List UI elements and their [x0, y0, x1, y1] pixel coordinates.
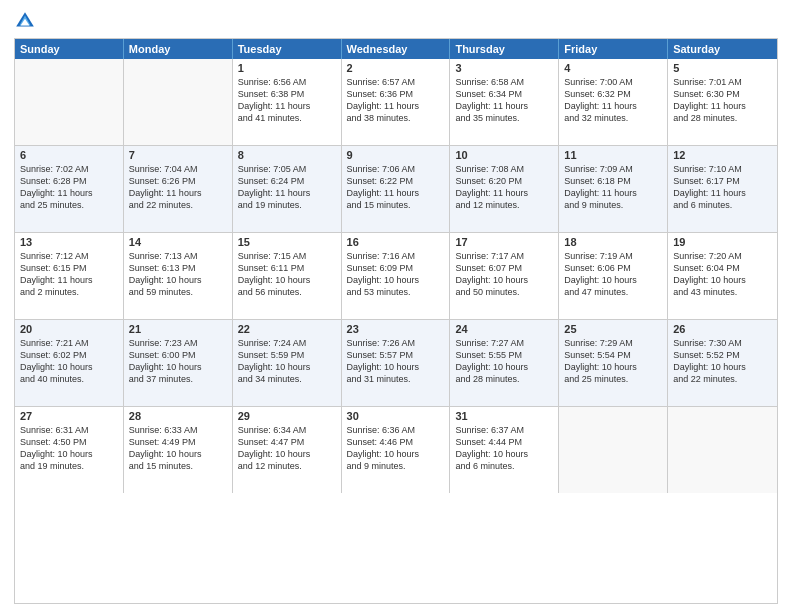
- cell-info-line: Daylight: 10 hours: [20, 448, 118, 460]
- day-number: 14: [129, 236, 227, 248]
- empty-cell: [668, 407, 777, 493]
- day-number: 7: [129, 149, 227, 161]
- cell-info-line: Sunrise: 7:20 AM: [673, 250, 772, 262]
- cell-info-line: and 15 minutes.: [347, 199, 445, 211]
- header: [14, 10, 778, 32]
- cell-info-line: Daylight: 11 hours: [347, 187, 445, 199]
- calendar-week-2: 6Sunrise: 7:02 AMSunset: 6:28 PMDaylight…: [15, 145, 777, 232]
- day-cell-16: 16Sunrise: 7:16 AMSunset: 6:09 PMDayligh…: [342, 233, 451, 319]
- cell-info-line: Sunset: 4:50 PM: [20, 436, 118, 448]
- cell-info-line: Sunset: 6:22 PM: [347, 175, 445, 187]
- cell-info-line: Daylight: 11 hours: [347, 100, 445, 112]
- cell-info-line: and 9 minutes.: [564, 199, 662, 211]
- day-cell-9: 9Sunrise: 7:06 AMSunset: 6:22 PMDaylight…: [342, 146, 451, 232]
- day-cell-10: 10Sunrise: 7:08 AMSunset: 6:20 PMDayligh…: [450, 146, 559, 232]
- day-number: 10: [455, 149, 553, 161]
- cell-info-line: Sunset: 6:15 PM: [20, 262, 118, 274]
- day-cell-23: 23Sunrise: 7:26 AMSunset: 5:57 PMDayligh…: [342, 320, 451, 406]
- cell-info-line: Sunrise: 7:21 AM: [20, 337, 118, 349]
- cell-info-line: Daylight: 10 hours: [129, 361, 227, 373]
- cell-info-line: Daylight: 11 hours: [564, 187, 662, 199]
- cell-info-line: Sunset: 6:34 PM: [455, 88, 553, 100]
- cell-info-line: Sunrise: 7:17 AM: [455, 250, 553, 262]
- cell-info-line: and 35 minutes.: [455, 112, 553, 124]
- cell-info-line: Sunrise: 6:34 AM: [238, 424, 336, 436]
- day-number: 23: [347, 323, 445, 335]
- cell-info-line: and 37 minutes.: [129, 373, 227, 385]
- cell-info-line: Sunrise: 7:09 AM: [564, 163, 662, 175]
- day-number: 24: [455, 323, 553, 335]
- day-cell-11: 11Sunrise: 7:09 AMSunset: 6:18 PMDayligh…: [559, 146, 668, 232]
- cell-info-line: and 19 minutes.: [20, 460, 118, 472]
- cell-info-line: Sunrise: 7:15 AM: [238, 250, 336, 262]
- empty-cell: [124, 59, 233, 145]
- weekday-header-sunday: Sunday: [15, 39, 124, 59]
- cell-info-line: and 6 minutes.: [673, 199, 772, 211]
- calendar-body: 1Sunrise: 6:56 AMSunset: 6:38 PMDaylight…: [15, 59, 777, 493]
- cell-info-line: Sunset: 5:54 PM: [564, 349, 662, 361]
- day-number: 20: [20, 323, 118, 335]
- day-number: 26: [673, 323, 772, 335]
- cell-info-line: Sunset: 6:11 PM: [238, 262, 336, 274]
- cell-info-line: Daylight: 10 hours: [238, 274, 336, 286]
- cell-info-line: Sunset: 6:36 PM: [347, 88, 445, 100]
- cell-info-line: Sunset: 6:00 PM: [129, 349, 227, 361]
- day-number: 28: [129, 410, 227, 422]
- cell-info-line: and 12 minutes.: [455, 199, 553, 211]
- day-cell-8: 8Sunrise: 7:05 AMSunset: 6:24 PMDaylight…: [233, 146, 342, 232]
- cell-info-line: Daylight: 10 hours: [20, 361, 118, 373]
- cell-info-line: Sunrise: 7:00 AM: [564, 76, 662, 88]
- day-cell-2: 2Sunrise: 6:57 AMSunset: 6:36 PMDaylight…: [342, 59, 451, 145]
- cell-info-line: and 56 minutes.: [238, 286, 336, 298]
- cell-info-line: Sunrise: 7:24 AM: [238, 337, 336, 349]
- cell-info-line: and 50 minutes.: [455, 286, 553, 298]
- cell-info-line: Daylight: 10 hours: [238, 448, 336, 460]
- cell-info-line: Sunset: 6:28 PM: [20, 175, 118, 187]
- day-number: 3: [455, 62, 553, 74]
- cell-info-line: Sunset: 4:49 PM: [129, 436, 227, 448]
- day-cell-25: 25Sunrise: 7:29 AMSunset: 5:54 PMDayligh…: [559, 320, 668, 406]
- day-cell-7: 7Sunrise: 7:04 AMSunset: 6:26 PMDaylight…: [124, 146, 233, 232]
- day-cell-29: 29Sunrise: 6:34 AMSunset: 4:47 PMDayligh…: [233, 407, 342, 493]
- day-cell-14: 14Sunrise: 7:13 AMSunset: 6:13 PMDayligh…: [124, 233, 233, 319]
- day-cell-18: 18Sunrise: 7:19 AMSunset: 6:06 PMDayligh…: [559, 233, 668, 319]
- day-number: 29: [238, 410, 336, 422]
- day-cell-5: 5Sunrise: 7:01 AMSunset: 6:30 PMDaylight…: [668, 59, 777, 145]
- cell-info-line: Daylight: 10 hours: [673, 361, 772, 373]
- cell-info-line: Sunset: 6:02 PM: [20, 349, 118, 361]
- cell-info-line: Sunset: 6:06 PM: [564, 262, 662, 274]
- cell-info-line: and 32 minutes.: [564, 112, 662, 124]
- day-number: 22: [238, 323, 336, 335]
- cell-info-line: Sunrise: 7:02 AM: [20, 163, 118, 175]
- cell-info-line: Sunset: 5:57 PM: [347, 349, 445, 361]
- day-number: 6: [20, 149, 118, 161]
- day-number: 13: [20, 236, 118, 248]
- cell-info-line: Daylight: 11 hours: [20, 274, 118, 286]
- day-cell-6: 6Sunrise: 7:02 AMSunset: 6:28 PMDaylight…: [15, 146, 124, 232]
- day-cell-20: 20Sunrise: 7:21 AMSunset: 6:02 PMDayligh…: [15, 320, 124, 406]
- empty-cell: [15, 59, 124, 145]
- cell-info-line: and 25 minutes.: [564, 373, 662, 385]
- day-number: 4: [564, 62, 662, 74]
- calendar: SundayMondayTuesdayWednesdayThursdayFrid…: [14, 38, 778, 604]
- cell-info-line: Sunrise: 7:19 AM: [564, 250, 662, 262]
- cell-info-line: Sunrise: 6:58 AM: [455, 76, 553, 88]
- cell-info-line: Daylight: 10 hours: [455, 274, 553, 286]
- day-number: 17: [455, 236, 553, 248]
- cell-info-line: Sunset: 6:17 PM: [673, 175, 772, 187]
- cell-info-line: and 2 minutes.: [20, 286, 118, 298]
- cell-info-line: Sunset: 4:46 PM: [347, 436, 445, 448]
- calendar-header: SundayMondayTuesdayWednesdayThursdayFrid…: [15, 39, 777, 59]
- cell-info-line: Sunrise: 7:23 AM: [129, 337, 227, 349]
- day-number: 8: [238, 149, 336, 161]
- day-number: 5: [673, 62, 772, 74]
- day-cell-21: 21Sunrise: 7:23 AMSunset: 6:00 PMDayligh…: [124, 320, 233, 406]
- cell-info-line: Sunset: 6:38 PM: [238, 88, 336, 100]
- day-cell-15: 15Sunrise: 7:15 AMSunset: 6:11 PMDayligh…: [233, 233, 342, 319]
- cell-info-line: and 59 minutes.: [129, 286, 227, 298]
- cell-info-line: Daylight: 10 hours: [129, 274, 227, 286]
- cell-info-line: Daylight: 10 hours: [564, 274, 662, 286]
- cell-info-line: Daylight: 11 hours: [238, 100, 336, 112]
- day-number: 11: [564, 149, 662, 161]
- cell-info-line: Sunrise: 7:05 AM: [238, 163, 336, 175]
